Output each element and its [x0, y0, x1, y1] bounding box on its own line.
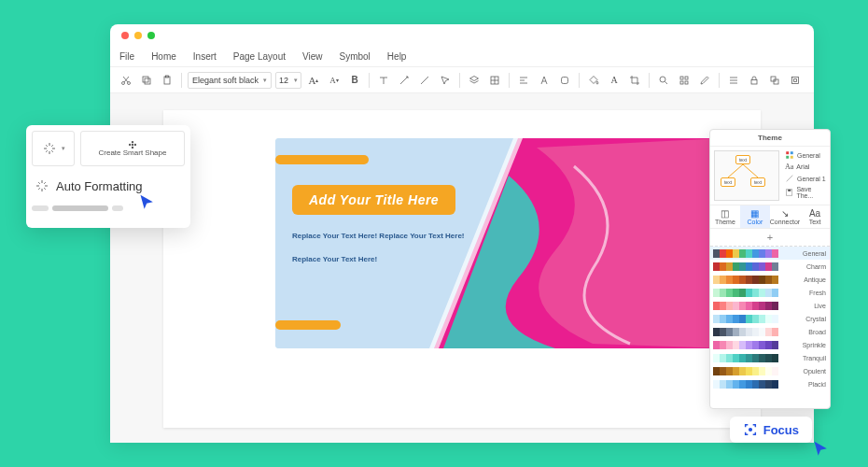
canvas-page[interactable]: Add Your Title Here Replace Your Text He…: [163, 110, 761, 428]
search-icon[interactable]: [655, 72, 672, 89]
svg-rect-10: [685, 77, 688, 79]
tab-theme[interactable]: ◫Theme: [710, 205, 740, 228]
smart-shape-popup: ▾ Create Smart Shape Auto Formatting: [26, 125, 190, 228]
menu-symbol[interactable]: Symbol: [340, 51, 371, 62]
copy-icon[interactable]: [138, 72, 155, 89]
swatch-row[interactable]: Antique: [710, 273, 830, 286]
table-icon[interactable]: [486, 72, 503, 89]
layers-icon[interactable]: [466, 72, 483, 89]
svg-point-23: [132, 141, 133, 143]
accent-bar-top: [275, 155, 369, 164]
svg-rect-7: [562, 77, 568, 83]
font-color-icon[interactable]: A: [606, 72, 623, 89]
svg-rect-13: [751, 79, 757, 84]
theme-panel: Theme text text text General AaArial Gen…: [709, 129, 831, 409]
slide-title[interactable]: Add Your Title Here: [292, 185, 455, 215]
swatch-row[interactable]: Fresh: [710, 286, 830, 299]
svg-rect-15: [774, 79, 778, 84]
titlebar: [110, 24, 814, 47]
auto-formatting-button[interactable]: Auto Formatting: [32, 174, 185, 198]
theme-preview[interactable]: text text text: [714, 150, 779, 201]
swatch-row[interactable]: Crystal: [710, 312, 830, 325]
swatch-row[interactable]: Charm: [710, 260, 830, 273]
spacing-icon[interactable]: [725, 72, 742, 89]
slide-subtext-2[interactable]: Replace Your Text Here!: [292, 255, 377, 263]
tab-text[interactable]: AaText: [800, 205, 830, 228]
svg-point-39: [749, 429, 751, 432]
round-icon[interactable]: [556, 72, 573, 89]
slide-design[interactable]: Add Your Title Here Replace Your Text He…: [275, 138, 723, 348]
theme-prop-save[interactable]: Save The...: [785, 186, 828, 199]
size-select[interactable]: 12▾: [275, 72, 301, 89]
theme-prop-connector[interactable]: General 1: [785, 174, 828, 183]
group-icon[interactable]: [766, 72, 783, 89]
sparkle-dropdown[interactable]: ▾: [32, 131, 75, 166]
menu-insert[interactable]: Insert: [193, 51, 217, 62]
more-icon[interactable]: [787, 72, 804, 89]
toolbar: Elegant soft black▾ 12▾ A▴ A▾ B A: [110, 67, 814, 93]
maximize-icon[interactable]: [147, 32, 155, 39]
crop-icon[interactable]: [626, 72, 643, 89]
svg-rect-33: [786, 151, 789, 154]
connector-icon[interactable]: [396, 72, 413, 89]
svg-point-20: [132, 143, 133, 145]
font-increase-icon[interactable]: A▴: [305, 72, 322, 89]
text-icon[interactable]: [375, 72, 392, 89]
lock-icon[interactable]: [746, 72, 763, 89]
font-select[interactable]: Elegant soft black▾: [188, 72, 272, 89]
paste-icon[interactable]: [159, 72, 175, 89]
menu-help[interactable]: Help: [387, 51, 407, 62]
connector-icon: [785, 174, 794, 183]
text-style-icon[interactable]: [536, 72, 553, 89]
slide-bg-art: [275, 138, 723, 348]
bold-button[interactable]: B: [346, 72, 363, 89]
svg-rect-36: [791, 156, 793, 159]
cut-icon[interactable]: [118, 72, 134, 89]
canvas-area[interactable]: Add Your Title Here Replace Your Text He…: [110, 93, 814, 443]
align-icon[interactable]: [515, 72, 532, 89]
font-decrease-icon[interactable]: A▾: [326, 72, 343, 89]
popup-progress: [32, 205, 185, 211]
theme-prop-general[interactable]: General: [785, 150, 828, 160]
sparkle-icon: [34, 177, 50, 194]
swatch-icon: [785, 150, 794, 160]
tab-connector[interactable]: ↘Connector: [770, 205, 800, 228]
menu-home[interactable]: Home: [151, 51, 176, 62]
menu-pagelayout[interactable]: Page Layout: [233, 51, 286, 62]
swatch-row[interactable]: General: [710, 247, 830, 260]
menu-file[interactable]: File: [119, 51, 134, 62]
menu-view[interactable]: View: [302, 51, 323, 62]
svg-rect-2: [145, 78, 150, 84]
swatch-row[interactable]: Broad: [710, 325, 830, 338]
slide-subtext-1[interactable]: Replace Your Text Here! Replace Your Tex…: [292, 232, 465, 240]
pen-icon[interactable]: [696, 72, 713, 89]
app-window: File Home Insert Page Layout View Symbol…: [110, 24, 814, 443]
close-icon[interactable]: [121, 32, 129, 39]
svg-point-21: [129, 143, 131, 145]
focus-button[interactable]: Focus: [730, 417, 812, 443]
swatch-row[interactable]: Sprinkle: [710, 338, 830, 351]
theme-prop-font[interactable]: AaArial: [785, 163, 828, 171]
fill-icon[interactable]: [585, 72, 602, 89]
line-icon[interactable]: [416, 72, 433, 89]
menubar: File Home Insert Page Layout View Symbol…: [110, 47, 814, 67]
svg-rect-12: [685, 81, 688, 84]
swatch-row[interactable]: Opulent: [710, 364, 830, 377]
cursor-icon: [138, 192, 157, 213]
cursor-icon: [812, 439, 831, 460]
minimize-icon[interactable]: [134, 32, 142, 39]
sparkle-icon: [41, 140, 58, 157]
swatch-row[interactable]: Live: [710, 299, 830, 312]
svg-point-22: [134, 143, 136, 145]
accent-bar-bottom: [275, 320, 341, 330]
swatch-row[interactable]: Tranquil: [710, 351, 830, 364]
focus-icon: [743, 422, 758, 437]
grid-icon[interactable]: [676, 72, 693, 89]
tab-color[interactable]: ▦Color: [740, 205, 770, 228]
pointer-icon[interactable]: [437, 72, 454, 89]
save-icon: [785, 188, 793, 197]
svg-rect-9: [680, 77, 683, 79]
swatch-row[interactable]: Placid: [710, 377, 830, 390]
create-smart-shape-button[interactable]: Create Smart Shape: [80, 131, 185, 166]
add-swatch-button[interactable]: +: [710, 229, 830, 247]
